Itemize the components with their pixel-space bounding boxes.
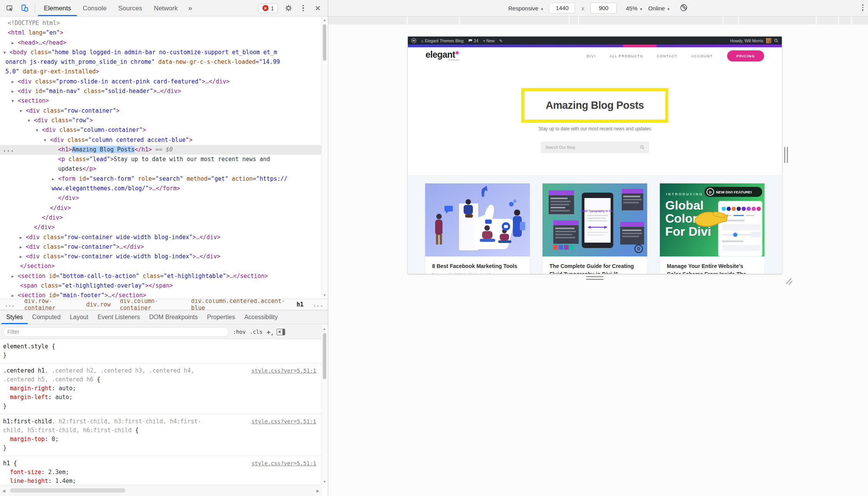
new-style-rule-button[interactable]: + [266,328,273,336]
stylesheet-link[interactable]: style.css?ver=5.51:1 [251,459,316,468]
nav-item-all-products[interactable]: ALL PRODUCTS [609,54,643,58]
blog-search-input[interactable]: Search Our Blog [541,141,649,153]
post-thumbnail-facebook-marketing[interactable] [425,183,530,256]
dom-tree-line[interactable]: </div> [0,213,322,223]
device-options-kebab-icon[interactable] [862,4,864,11]
dom-tree-line[interactable]: ▶<head>…</head> [0,38,322,48]
device-toolbar-toggle-icon[interactable] [18,1,32,15]
post-thumbnail-global-colors[interactable]: INTRODUCING Global Colors For Divi D NEW… [660,183,765,256]
styles-tab-properties[interactable]: Properties [202,310,240,324]
zoom-select[interactable]: 45%▼ [626,5,643,12]
search-icon[interactable] [774,38,778,43]
css-property[interactable]: line-height: 1.4em; [3,477,319,485]
breadcrumb-item[interactable]: h1 [297,301,304,308]
nav-item-divi[interactable]: DIVI [587,54,596,58]
styles-tab-layout[interactable]: Layout [65,310,93,324]
breadcrumb-item[interactable]: div.row [86,301,110,308]
elegant-themes-logo[interactable]: elegant✱ themes [426,50,459,62]
devtools-menu-kebab-icon[interactable] [296,1,310,15]
viewport-resize-corner-grip[interactable] [782,275,793,285]
breadcrumb-overflow-left[interactable]: ... [5,301,15,308]
css-rule[interactable]: style.css?ver=5.51:1h1:first-child, h2:f… [0,414,322,456]
post-title[interactable]: 8 Best Facebook Marketing Tools [432,262,523,270]
post-category-link[interactable]: Marketing [468,273,485,274]
styles-tab-accessibility[interactable]: Accessibility [240,310,282,324]
stylesheet-link[interactable]: style.css?ver=5.51:1 [251,417,316,426]
styles-horizontal-scrollbar[interactable]: ◀ ▶ [0,485,322,496]
styles-tab-dom-breakpoints[interactable]: DOM Breakpoints [145,310,202,324]
dom-tree-line[interactable]: 5.0" data-gr-ext-installed> [0,67,322,77]
dom-tree-line[interactable]: </div> [0,223,322,232]
viewport-height-input[interactable]: 900 [591,3,617,13]
stylesheet-link[interactable]: style.css?ver=5.51:1 [251,366,316,375]
network-throttle-select[interactable]: Online▼ [648,5,670,12]
styles-scrollbar[interactable]: ▲ ▼ [321,325,327,485]
viewport-width-input[interactable]: 1440 [549,3,575,13]
dom-tree-line[interactable]: <span class="et-highlighted-overlay"></s… [0,281,322,291]
dom-tree-line[interactable]: ▶<div class="promo-slide-in accent-pink … [0,77,322,87]
tab-sources[interactable]: Sources [112,0,148,16]
breadcrumb-overflow-right[interactable]: ... [313,301,323,308]
dom-tree-line[interactable]: ▼<div class="column centered accent-blue… [0,135,322,145]
post-title[interactable]: Manage Your Entire Website's Color Schem… [667,262,758,274]
admin-bar-howdy[interactable]: Howdy, Will Morris [730,38,763,43]
device-select[interactable]: Responsive▼ [508,5,544,12]
rendered-page[interactable]: W ⌂Elegant Themes Blog 24 + New ✎ Howdy,… [408,37,782,274]
css-property[interactable]: font-size: 2.3em; [3,468,319,477]
dom-tree-line[interactable]: </div> [0,203,322,213]
dom-tree-line[interactable]: </div> [0,193,322,203]
search-icon[interactable] [640,145,644,150]
dom-tree-line[interactable]: ▼<div class="row-container"> [0,106,322,116]
edit-pencil-icon[interactable]: ✎ [499,38,502,43]
scroll-left-arrow-icon[interactable]: ◀ [0,485,8,496]
post-card[interactable]: Fluid Typography in Divi D The Complete … [542,183,647,274]
css-property[interactable]: margin-left: auto; [3,393,319,402]
nav-item-contact[interactable]: CONTACT [657,54,678,58]
css-property[interactable]: margin-top: 0; [3,435,319,444]
inspect-element-icon[interactable] [3,1,17,15]
dom-tree-line[interactable]: <p class="lead">Stay up to date with our… [0,155,322,164]
dom-tree-line[interactable]: updates</p> [0,164,322,174]
dom-tree-line[interactable]: ▶<section id="bottom-call-to-action" cla… [0,271,322,281]
console-error-badge[interactable]: ✕ 1 [259,3,278,13]
dom-tree-line[interactable]: ▶<div id="main-nav" class="solid-header"… [0,87,322,96]
css-property[interactable]: margin-right: auto; [3,384,319,393]
styles-tab-styles[interactable]: Styles [2,310,28,324]
tab-network[interactable]: Network [148,0,184,16]
breadcrumb-item[interactable]: div.row-container [24,299,77,310]
viewport-resize-handle-right[interactable] [784,147,788,163]
dom-tree-line[interactable]: ▼<section> [0,96,322,106]
devtools-close-icon[interactable]: ✕ [311,4,325,13]
dom-tree-line[interactable]: ▶<div class="row-container wide-width bl… [0,252,322,261]
settings-gear-icon[interactable] [282,1,295,15]
dom-tree-scrollbar[interactable]: ▲ ▼ [321,17,327,299]
dom-tree-line[interactable]: ...<h1>Amazing Blog Posts</h1> == $0 [0,145,322,155]
styles-tab-computed[interactable]: Computed [28,310,65,324]
scroll-right-arrow-icon[interactable]: ▶ [314,485,322,496]
avatar[interactable] [766,38,771,43]
dom-tree-line[interactable]: ▶<form id="search-form" role="search" me… [0,174,322,184]
viewport-resize-handle-bottom[interactable] [586,276,604,280]
admin-bar-site-name[interactable]: ⌂Elegant Themes Blog [421,38,464,43]
dom-tree-line[interactable]: onarch js-ready with_promo_slide_in chro… [0,57,322,67]
breadcrumb-item[interactable]: div.column-container [120,299,182,310]
dom-tree-line[interactable]: ▼<div class="row"> [0,116,322,125]
dom-tree-line[interactable]: </section> [0,261,322,271]
styles-filter-input[interactable]: Filter [3,327,229,337]
post-comments-link[interactable]: 0 comments [488,273,509,274]
pricing-button[interactable]: PRICING [727,50,764,62]
nav-item-account[interactable]: ACCOUNT [691,54,713,58]
rotate-viewport-icon[interactable] [679,3,688,13]
toggle-classes[interactable]: .cls [250,329,263,335]
dom-tree-line[interactable]: <!DOCTYPE html> [0,18,322,28]
dom-tree-line[interactable]: ▶<div class="row-container wide-width bl… [0,233,322,242]
breadcrumb-item[interactable]: div.column.centered.accent-blue [191,299,287,310]
post-card[interactable]: 8 Best Facebook Marketing Tools February… [425,183,530,274]
dom-tree-line[interactable]: ▼<div class="column-container"> [0,125,322,135]
dom-tree-line[interactable]: www.elegantthemes.com/blog/">…</form> [0,184,322,193]
more-tabs-icon[interactable]: » [184,4,196,12]
dom-tree-line[interactable]: <html lang="en"> [0,28,322,38]
admin-bar-new-button[interactable]: + New [483,38,494,43]
styles-tab-event-listeners[interactable]: Event Listeners [93,310,144,324]
css-rule[interactable]: style.css?ver=5.51:1.centered h1, .cente… [0,363,322,414]
